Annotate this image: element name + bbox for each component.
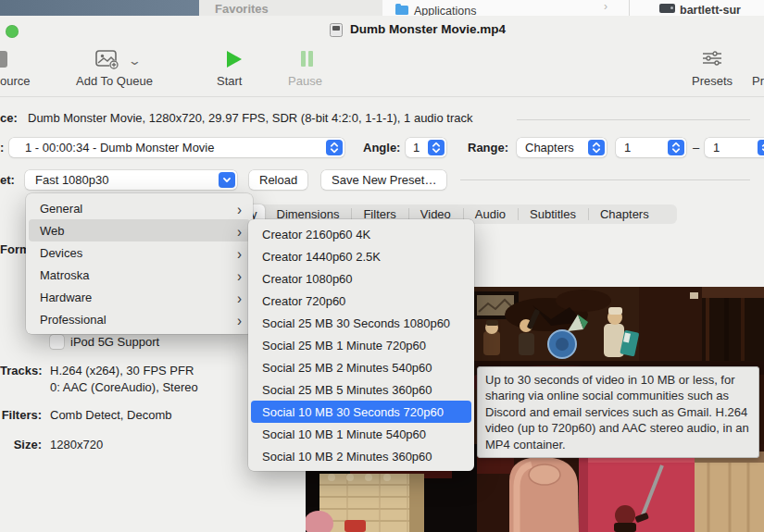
presets-sliders-icon[interactable]	[702, 50, 722, 67]
menu-item-matroska[interactable]: Matroska ›	[29, 264, 250, 286]
submenu-chevron-icon: ›	[237, 266, 242, 284]
menu-item-web[interactable]: Web ›	[29, 219, 250, 241]
handbrake-window: Dumb Monster Movie.mp4 ource ⌄ Add To Qu…	[0, 16, 764, 532]
web-presets-submenu: Creator 2160p60 4K Creator 1440p60 2.5K …	[248, 219, 474, 471]
open-source-icon[interactable]	[0, 51, 7, 68]
preset-tooltip: Up to 30 seconds of video in 10 MB or le…	[477, 366, 759, 458]
add-to-queue-icon[interactable]	[95, 50, 119, 70]
range-to-popup[interactable]: 1	[705, 138, 764, 157]
drive-item[interactable]: bartlett-sur	[680, 4, 741, 16]
open-source-button[interactable]: ource	[0, 74, 31, 88]
applications-folder-icon	[395, 6, 408, 15]
range-type-popup[interactable]: Chapters	[517, 138, 607, 157]
pause-icon	[301, 51, 313, 67]
stepper-icon[interactable]	[668, 140, 684, 155]
tracks-value-1: H.264 (x264), 30 FPS PFR	[50, 364, 194, 377]
stepper-icon[interactable]	[758, 140, 764, 155]
reload-button[interactable]: Reload	[249, 170, 307, 190]
add-to-queue-button[interactable]: Add To Queue	[76, 74, 153, 88]
finder-divider	[629, 0, 630, 16]
stepper-icon[interactable]	[326, 140, 343, 155]
save-new-preset-button[interactable]: Save New Preset…	[321, 170, 446, 190]
finder-background: Favorites Applications › bartlett-sur	[0, 0, 764, 16]
menu-item-general[interactable]: General ›	[29, 197, 250, 219]
server-drive-icon	[659, 4, 675, 13]
submenu-chevron-icon: ›	[237, 244, 242, 262]
submenu-item-selected[interactable]: Social 10 MB 30 Seconds 720p60	[251, 401, 471, 423]
submenu-item[interactable]: Social 25 MB 30 Seconds 1080p60	[251, 312, 471, 334]
start-play-icon[interactable]	[227, 51, 242, 68]
menu-item-devices[interactable]: Devices ›	[29, 241, 250, 264]
favorites-header: Favorites	[215, 2, 269, 16]
submenu-item[interactable]: Social 10 MB 1 Minute 540p60	[251, 423, 471, 445]
queue-chevron-down-icon[interactable]: ⌄	[128, 54, 142, 68]
menu-item-professional[interactable]: Professional ›	[29, 308, 250, 330]
desktop-area	[0, 0, 199, 16]
menu-item-hardware[interactable]: Hardware ›	[29, 286, 250, 308]
presets-button[interactable]: Presets	[692, 74, 733, 88]
tracks-value-2: 0: AAC (CoreAudio), Stereo	[50, 380, 198, 394]
chevron-right-icon: ›	[604, 0, 607, 13]
preset-popup[interactable]: Fast 1080p30	[25, 170, 237, 190]
submenu-chevron-icon: ›	[237, 222, 242, 240]
traffic-light-green-button[interactable]	[6, 25, 19, 38]
submenu-item[interactable]: Social 25 MB 2 Minutes 540p60	[251, 356, 471, 378]
source-label: ce:	[0, 111, 18, 125]
screen: Favorites Applications › bartlett-sur Du…	[0, 0, 764, 532]
applications-item[interactable]: Applications	[414, 5, 476, 16]
title-label: :	[0, 141, 4, 155]
range-label: Range:	[468, 141, 508, 155]
size-label: Size:	[0, 438, 42, 452]
filters-label: Filters:	[0, 408, 42, 422]
stepper-icon[interactable]	[428, 140, 445, 155]
range-from-popup[interactable]: 1	[616, 138, 686, 157]
submenu-item[interactable]: Social 25 MB 5 Minutes 360p60	[251, 378, 471, 401]
chevron-down-icon[interactable]	[219, 172, 235, 188]
ipod-support-checkbox[interactable]	[50, 335, 64, 349]
source-info: Dumb Monster Movie, 1280x720, 29.97 FPS,…	[28, 111, 473, 125]
tab-chapters[interactable]: Chapters	[588, 204, 661, 224]
source-rule	[517, 119, 750, 120]
preset-category-menu: General › Web › Devices › Matroska › Har…	[26, 193, 253, 334]
pause-button: Pause	[288, 74, 322, 88]
submenu-item[interactable]: Creator 1080p60	[251, 267, 471, 290]
size-value: 1280x720	[50, 438, 103, 452]
submenu-item[interactable]: Social 25 MB 1 Minute 720p60	[251, 334, 471, 356]
angle-popup[interactable]: 1	[406, 138, 446, 157]
tracks-label: Tracks:	[0, 364, 42, 377]
submenu-item[interactable]: Creator 1440p60 2.5K	[251, 245, 471, 267]
toolbar-divider	[0, 96, 764, 97]
stepper-icon[interactable]	[588, 140, 605, 155]
video-file-icon	[330, 23, 343, 37]
range-dash: –	[693, 141, 699, 155]
submenu-chevron-icon: ›	[237, 289, 242, 306]
preset-rule	[460, 179, 750, 180]
submenu-item[interactable]: Creator 2160p60 4K	[251, 223, 471, 245]
title-popup[interactable]: 1 - 00:00:34 - Dumb Monster Movie	[9, 138, 344, 157]
start-button[interactable]: Start	[217, 74, 242, 88]
submenu-item[interactable]: Creator 720p60	[251, 290, 471, 312]
window-title: Dumb Monster Movie.mp4	[350, 22, 506, 36]
angle-label: Angle:	[363, 141, 400, 155]
preview-button[interactable]: Pr	[752, 74, 764, 88]
tab-subtitles[interactable]: Subtitles	[518, 204, 588, 224]
submenu-chevron-icon: ›	[237, 200, 242, 217]
submenu-chevron-icon: ›	[237, 311, 242, 328]
submenu-item[interactable]: Social 10 MB 2 Minutes 360p60	[251, 445, 471, 467]
ipod-support-label: iPod 5G Support	[70, 335, 159, 349]
preset-label: et:	[0, 173, 15, 187]
filters-value: Comb Detect, Decomb	[50, 408, 172, 422]
